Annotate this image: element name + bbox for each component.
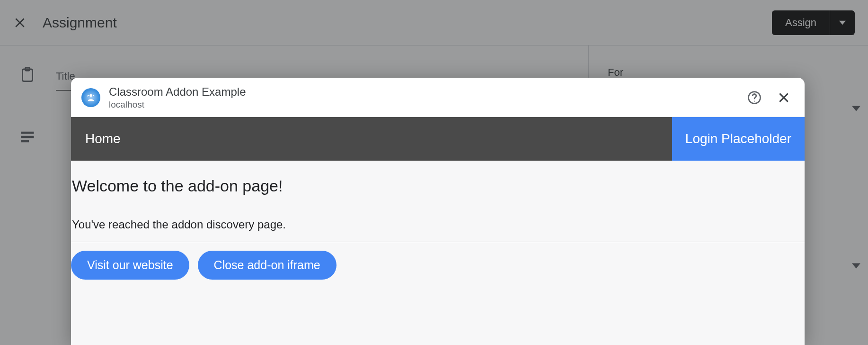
addon-iframe-content: Home Login Placeholder Welcome to the ad… — [71, 117, 805, 345]
dialog-subtitle: localhost — [109, 100, 735, 110]
close-icon — [778, 91, 790, 104]
close-iframe-button[interactable]: Close add-on iframe — [198, 251, 337, 280]
addon-navbar: Home Login Placeholder — [71, 117, 805, 161]
dialog-titles: Classroom Addon Example localhost — [109, 85, 735, 110]
nav-login-label: Login Placeholder — [685, 131, 791, 146]
welcome-heading: Welcome to the add-on page! — [71, 177, 805, 195]
close-iframe-label: Close add-on iframe — [214, 258, 320, 272]
addon-content: Welcome to the add-on page! You've reach… — [71, 161, 805, 280]
close-dialog-button[interactable] — [773, 87, 794, 108]
addon-dialog: Classroom Addon Example localhost Home L… — [71, 78, 805, 345]
svg-point-4 — [754, 101, 755, 102]
nav-home-link[interactable]: Home — [71, 117, 672, 161]
dialog-title: Classroom Addon Example — [109, 85, 735, 99]
visit-website-button[interactable]: Visit our website — [71, 251, 189, 280]
visit-website-label: Visit our website — [87, 258, 173, 272]
dialog-header: Classroom Addon Example localhost — [71, 78, 805, 117]
addon-button-row: Visit our website Close add-on iframe — [71, 251, 805, 280]
nav-home-label: Home — [85, 131, 121, 146]
person-raised-icon — [86, 92, 96, 103]
addon-logo — [81, 88, 100, 107]
divider — [71, 242, 805, 242]
svg-point-2 — [89, 94, 92, 97]
discovery-text: You've reached the addon discovery page. — [71, 218, 805, 231]
nav-login-link[interactable]: Login Placeholder — [672, 117, 805, 161]
help-icon — [747, 91, 762, 105]
help-button[interactable] — [744, 87, 765, 108]
